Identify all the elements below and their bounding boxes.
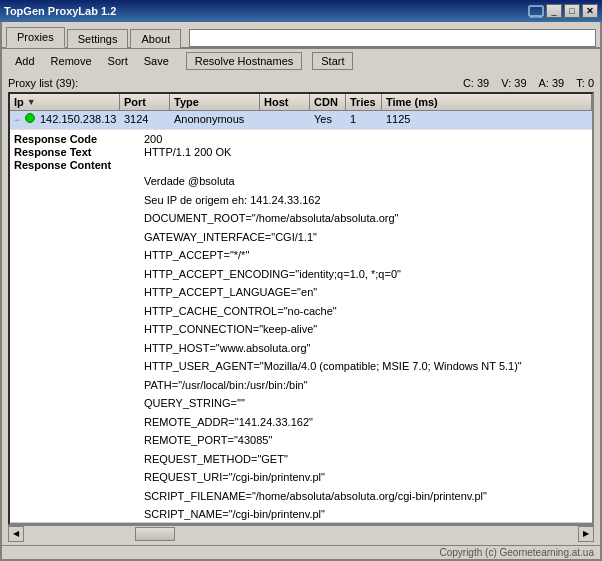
cell-host [260, 111, 310, 115]
proxy-list-header: Proxy list (39): C: 39 V: 39 A: 39 T: 0 [8, 77, 594, 89]
add-button[interactable]: Add [8, 52, 42, 70]
sort-button[interactable]: Sort [101, 52, 135, 70]
detail-line: HTTP_ACCEPT="*/*" [144, 247, 588, 264]
table-header-row: Ip ▼ Port Type Host CDN Tries Time (ms) [10, 94, 592, 111]
app-title: TopGen ProxyLab 1.2 [4, 5, 116, 17]
scroll-right-button[interactable]: ▶ [578, 526, 594, 542]
detail-line: SCRIPT_FILENAME="/home/absoluta/absoluta… [144, 488, 588, 505]
table-row[interactable]: － 142.150.238.13 3124 Anononymous Yes 1 … [10, 111, 592, 130]
status-text: Copyrigth (c) Geornetearning.at.ua [439, 547, 594, 558]
header-host[interactable]: Host [260, 94, 310, 110]
cell-time: 1125 [382, 111, 432, 127]
start-button[interactable]: Start [312, 52, 353, 70]
stat-a: A: 39 [539, 77, 565, 89]
detail-line: HTTP_USER_AGENT="Mozilla/4.0 (compatible… [144, 358, 588, 375]
header-port[interactable]: Port [120, 94, 170, 110]
detail-line: HTTP_CACHE_CONTROL="no-cache" [144, 303, 588, 320]
remove-button[interactable]: Remove [44, 52, 99, 70]
detail-line: GATEWAY_INTERFACE="CGI/1.1" [144, 229, 588, 246]
detail-line: SCRIPT_NAME="/cgi-bin/printenv.pl" [144, 506, 588, 523]
tab-about[interactable]: About [130, 29, 181, 48]
detail-line: DOCUMENT_ROOT="/home/absoluta/absoluta.o… [144, 210, 588, 227]
status-indicator [24, 111, 36, 125]
proxy-table: Ip ▼ Port Type Host CDN Tries Time (ms) … [8, 92, 594, 525]
tab-bar: Proxies Settings About [2, 22, 600, 49]
header-time[interactable]: Time (ms) [382, 94, 592, 110]
scroll-track[interactable] [24, 526, 578, 542]
detail-content-lines: Verdade @bsolutaSeu IP de origem eh: 141… [144, 173, 588, 523]
sort-arrow-icon: ▼ [27, 97, 36, 107]
tab-proxies[interactable]: Proxies [6, 27, 65, 48]
detail-line: QUERY_STRING="" [144, 395, 588, 412]
status-bar: Copyrigth (c) Geornetearning.at.ua [2, 545, 600, 559]
toolbar: Add Remove Sort Save Resolve Hostnames S… [2, 49, 600, 73]
cell-tries: 1 [346, 111, 382, 127]
header-cdn[interactable]: CDN [310, 94, 346, 110]
detail-panel: Response Code 200 Response Text HTTP/1.1… [10, 130, 592, 523]
detail-line: Verdade @bsoluta [144, 173, 588, 190]
svg-rect-0 [529, 6, 543, 16]
stat-t: T: 0 [576, 77, 594, 89]
detail-line: HTTP_ACCEPT_LANGUAGE="en" [144, 284, 588, 301]
detail-line: REMOTE_PORT="43085" [144, 432, 588, 449]
online-icon [25, 113, 35, 123]
stat-v: V: 39 [501, 77, 526, 89]
detail-line: REQUEST_URI="/cgi-bin/printenv.pl" [144, 469, 588, 486]
detail-line: HTTP_HOST="www.absoluta.org" [144, 340, 588, 357]
detail-response-text: Response Text HTTP/1.1 200 OK [14, 146, 588, 158]
minimize-button[interactable]: _ [546, 4, 562, 18]
horizontal-scrollbar[interactable]: ◀ ▶ [8, 525, 594, 541]
cell-type: Anononymous [170, 111, 260, 127]
stat-c: C: 39 [463, 77, 489, 89]
table-body: － 142.150.238.13 3124 Anononymous Yes 1 … [10, 111, 592, 523]
detail-response-content-label: Response Content [14, 159, 588, 171]
detail-line: HTTP_CONNECTION="keep-alive" [144, 321, 588, 338]
cell-port: 3124 [120, 111, 170, 127]
maximize-button[interactable]: □ [564, 4, 580, 18]
detail-line: Seu IP de origem eh: 141.24.33.162 [144, 192, 588, 209]
save-button[interactable]: Save [137, 52, 176, 70]
cell-ip: 142.150.238.13 [36, 111, 120, 127]
main-window: Proxies Settings About Add Remove Sort S… [0, 22, 602, 561]
resolve-hostnames-button[interactable]: Resolve Hostnames [186, 52, 302, 70]
search-area [189, 29, 596, 47]
network-icon [528, 4, 544, 18]
detail-line: REMOTE_ADDR="141.24.33.162" [144, 414, 588, 431]
detail-response-code: Response Code 200 [14, 133, 588, 145]
header-ip[interactable]: Ip ▼ [10, 94, 120, 110]
scroll-left-button[interactable]: ◀ [8, 526, 24, 542]
expand-toggle[interactable]: － [10, 111, 24, 129]
window-controls: _ □ ✕ [528, 4, 598, 18]
proxy-stats: C: 39 V: 39 A: 39 T: 0 [463, 77, 594, 89]
proxy-list-label: Proxy list (39): [8, 77, 78, 89]
title-bar: TopGen ProxyLab 1.2 _ □ ✕ [0, 0, 602, 22]
header-type[interactable]: Type [170, 94, 260, 110]
header-tries[interactable]: Tries [346, 94, 382, 110]
scroll-thumb[interactable] [135, 527, 175, 541]
detail-line: HTTP_ACCEPT_ENCODING="identity;q=1.0, *;… [144, 266, 588, 283]
tab-settings[interactable]: Settings [67, 29, 129, 48]
detail-line: REQUEST_METHOD="GET" [144, 451, 588, 468]
search-input[interactable] [189, 29, 596, 47]
close-button[interactable]: ✕ [582, 4, 598, 18]
content-area: Proxy list (39): C: 39 V: 39 A: 39 T: 0 [2, 73, 600, 545]
cell-cdn: Yes [310, 111, 346, 127]
detail-line: PATH="/usr/local/bin:/usr/bin:/bin" [144, 377, 588, 394]
